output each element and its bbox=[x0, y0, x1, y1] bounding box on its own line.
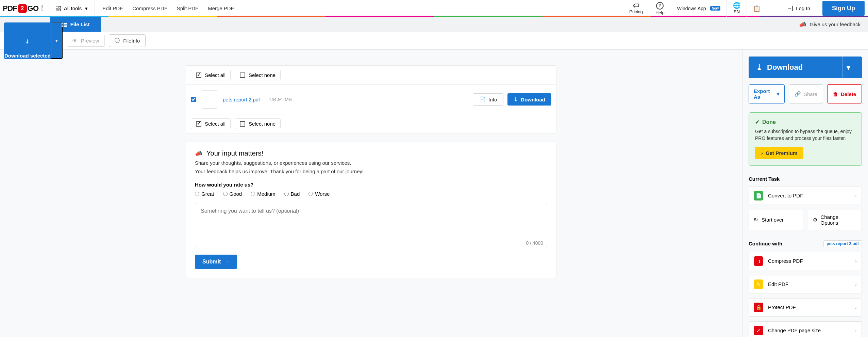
rating-medium[interactable]: Medium bbox=[251, 191, 275, 197]
top-header: PDF 2 GO .com All tools Edit PDF Compres… bbox=[0, 0, 868, 17]
login-icon: →] bbox=[787, 5, 793, 11]
tab-bar: Files Tools File List Give us your feedb… bbox=[0, 17, 868, 32]
preview-button[interactable]: Preview bbox=[67, 35, 105, 47]
logo-text-go: GO bbox=[28, 4, 39, 13]
select-none-label: Select none bbox=[249, 121, 276, 127]
delete-label: Delete bbox=[841, 91, 856, 97]
share-icon bbox=[795, 91, 801, 97]
chevron-down-icon bbox=[847, 63, 850, 72]
sign-up-button[interactable]: Sign Up bbox=[822, 1, 865, 16]
continue-resize-pdf[interactable]: Change PDF page size bbox=[749, 321, 862, 337]
get-premium-button[interactable]: Get Premium bbox=[755, 147, 803, 159]
chevron-down-icon bbox=[777, 91, 780, 97]
submit-button[interactable]: Submit → bbox=[195, 255, 237, 269]
file-row: pets report 2.pdf 144.91 MB Info Downloa… bbox=[186, 84, 556, 114]
file-download-button[interactable]: Download bbox=[507, 93, 551, 106]
delete-button[interactable]: Delete bbox=[827, 84, 862, 103]
give-feedback-label: Give us your feedback bbox=[810, 21, 861, 27]
file-checkbox[interactable] bbox=[191, 97, 196, 102]
all-tools-label: All tools bbox=[64, 5, 82, 11]
new-badge: New bbox=[710, 6, 721, 11]
file-list-panel: Select all Select none pets report 2.pdf… bbox=[186, 65, 556, 133]
feedback-question: How would you rate us? bbox=[195, 182, 547, 188]
pricing-label: Pricing bbox=[629, 9, 643, 14]
start-over-button[interactable]: Start over bbox=[749, 210, 803, 230]
continue-edit-pdf[interactable]: Edit PDF bbox=[749, 275, 862, 293]
log-in-label: Log In bbox=[796, 5, 810, 11]
rating-great-radio[interactable] bbox=[195, 192, 199, 196]
convert-icon bbox=[754, 191, 763, 200]
char-counter: 0 / 4000 bbox=[526, 240, 543, 246]
feedback-textarea-wrap: 0 / 4000 bbox=[195, 203, 547, 248]
download-icon bbox=[514, 96, 518, 102]
all-tools-dropdown[interactable]: All tools bbox=[49, 0, 95, 17]
checkbox-checked-icon bbox=[196, 73, 201, 78]
file-thumbnail[interactable] bbox=[202, 90, 217, 109]
file-download-label: Download bbox=[521, 97, 545, 102]
file-size: 144.91 MB bbox=[269, 97, 292, 102]
current-task-card[interactable]: Convert to PDF bbox=[749, 187, 862, 205]
continue-protect-pdf[interactable]: Protect PDF bbox=[749, 298, 862, 317]
fileinfo-button[interactable]: FileInfo bbox=[109, 34, 146, 47]
rating-great[interactable]: Great bbox=[195, 191, 214, 197]
language-switcher[interactable]: EN bbox=[727, 0, 747, 17]
select-none-label: Select none bbox=[249, 72, 276, 78]
download-header[interactable]: Download bbox=[749, 57, 862, 78]
rating-bad[interactable]: Bad bbox=[284, 191, 300, 197]
nav-split-pdf[interactable]: Split PDF bbox=[177, 5, 198, 11]
feedback-line2: Your feedback helps us improve. Thank yo… bbox=[195, 168, 547, 174]
tag-icon: 🏷 bbox=[633, 2, 639, 9]
file-name-link[interactable]: pets report 2.pdf bbox=[223, 97, 260, 102]
change-options-label: Change Options bbox=[821, 214, 857, 226]
continue-file-tag: pets report 2.pdf bbox=[823, 240, 862, 247]
nav-edit-pdf[interactable]: Edit PDF bbox=[102, 5, 123, 11]
chevron-right-icon bbox=[855, 304, 857, 310]
logo[interactable]: PDF 2 GO .com bbox=[3, 0, 49, 17]
rating-worse[interactable]: Worse bbox=[308, 191, 330, 197]
give-feedback-link[interactable]: Give us your feedback bbox=[791, 17, 868, 32]
info-icon bbox=[115, 37, 120, 44]
feedback-title: Your input matters! bbox=[206, 149, 263, 157]
feedback-line1: Share your thoughts, suggestions, or exp… bbox=[195, 160, 547, 166]
pricing-link[interactable]: 🏷 Pricing bbox=[623, 0, 649, 17]
select-none-top[interactable]: Select none bbox=[235, 70, 281, 80]
refresh-icon bbox=[754, 217, 758, 223]
share-button[interactable]: Share bbox=[789, 84, 823, 103]
rating-worse-radio[interactable] bbox=[308, 192, 313, 196]
resize-icon bbox=[754, 326, 763, 335]
file-info-button[interactable]: Info bbox=[473, 93, 503, 106]
feedback-textarea[interactable] bbox=[195, 203, 547, 247]
change-options-button[interactable]: Change Options bbox=[808, 210, 862, 230]
rating-bad-radio[interactable] bbox=[284, 192, 289, 196]
download-header-label: Download bbox=[767, 63, 803, 72]
chevron-right-icon bbox=[761, 150, 763, 156]
tab-file-list-label: File List bbox=[70, 21, 90, 27]
clipboard-button[interactable] bbox=[747, 0, 767, 17]
select-all-label: Select all bbox=[205, 121, 226, 127]
select-all-bottom[interactable]: Select all bbox=[191, 118, 231, 129]
list-icon bbox=[62, 22, 67, 27]
rating-good-radio[interactable] bbox=[223, 192, 228, 196]
select-all-top[interactable]: Select all bbox=[191, 70, 231, 80]
select-all-label: Select all bbox=[205, 72, 226, 78]
select-none-bottom[interactable]: Select none bbox=[235, 118, 281, 129]
nav-compress-pdf[interactable]: Compress PDF bbox=[132, 5, 167, 11]
windows-app-link[interactable]: Windows App New bbox=[671, 0, 727, 17]
rating-radios: Great Good Medium Bad Worse bbox=[195, 191, 547, 197]
current-task-name: Convert to PDF bbox=[768, 193, 803, 198]
help-link[interactable]: Help bbox=[649, 0, 671, 17]
export-as-label: Export As bbox=[754, 88, 777, 100]
rating-good[interactable]: Good bbox=[223, 191, 242, 197]
continue-compress-pdf[interactable]: Compress PDF bbox=[749, 252, 862, 270]
nav-merge-pdf[interactable]: Merge PDF bbox=[208, 5, 234, 11]
megaphone-icon bbox=[195, 149, 202, 157]
log-in-link[interactable]: →] Log In bbox=[779, 5, 818, 11]
file-info-label: Info bbox=[488, 97, 497, 102]
download-header-caret[interactable] bbox=[842, 57, 854, 78]
grid-icon bbox=[56, 6, 61, 11]
export-as-dropdown[interactable]: Export As bbox=[749, 84, 785, 103]
chevron-right-icon bbox=[855, 281, 857, 287]
document-icon bbox=[479, 96, 486, 102]
rating-medium-radio[interactable] bbox=[251, 192, 255, 196]
current-task-label: Current Task bbox=[749, 176, 862, 182]
